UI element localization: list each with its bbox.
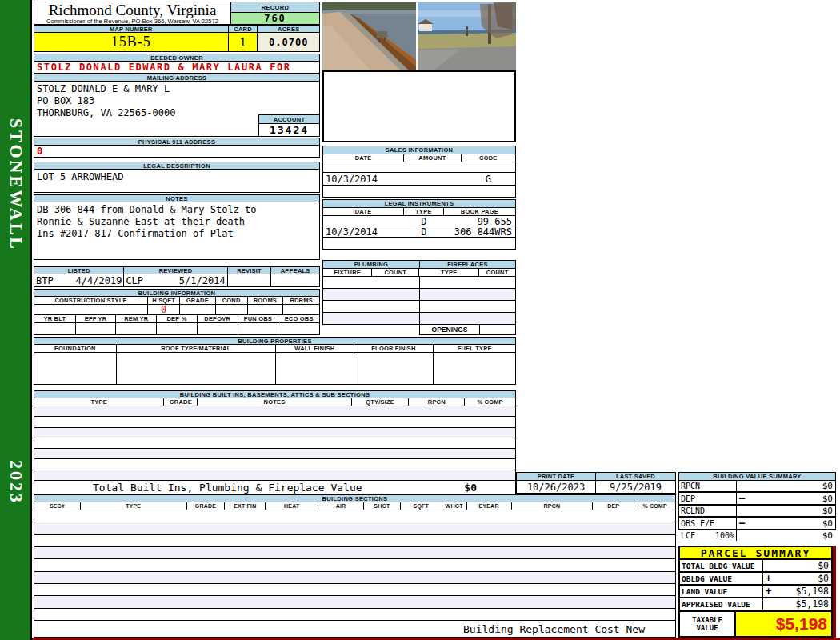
- property-photo-road: [418, 2, 516, 70]
- building-properties-title: BUILDING PROPERTIES: [34, 337, 516, 345]
- building-sections-footer: Building Replacement Cost New: [34, 621, 676, 638]
- construction-style-value: [34, 305, 148, 314]
- openings-label: OPENINGS: [419, 325, 480, 335]
- empty-row: [34, 459, 515, 470]
- rem-yr-value: [116, 323, 157, 334]
- district-name: STONEWALL: [6, 118, 26, 251]
- record-label: RECORD: [230, 2, 320, 13]
- bvs-row: RCLND $0: [679, 506, 835, 518]
- col-header: TYPE: [81, 502, 187, 510]
- col-header: ECO OBS: [278, 315, 319, 322]
- notes-line: Ins #2017-817 Confirmation of Plat: [37, 228, 317, 240]
- col-header: GRADE: [164, 398, 198, 406]
- legal-instrument-row: 10/3/2014 D 306 844WRS: [323, 226, 515, 238]
- built-ins-title: BUILDING BUILT INS, BASEMENTS, ATTICS & …: [34, 390, 516, 398]
- parcel-row: APPRAISED VALUE $5,198: [680, 598, 831, 611]
- account-value: 13424: [258, 124, 320, 137]
- notes-label: NOTES: [34, 194, 320, 202]
- appeals-label: APPEALS: [271, 267, 319, 274]
- legal-instruments-title: LEGAL INSTRUMENTS: [322, 199, 516, 208]
- bvs-value: $0: [822, 506, 833, 516]
- parcel-label: APPRAISED VALUE: [680, 598, 763, 610]
- built-ins-total-row: Total Built Ins, Plumbing & Fireplace Va…: [34, 481, 516, 494]
- building-information-title: BUILDING INFORMATION: [34, 289, 320, 297]
- bdrms-value: [283, 305, 319, 314]
- deeded-owner-label: DEEDED OWNER: [34, 54, 320, 62]
- bvs-label: OBS F/E: [679, 518, 737, 529]
- empty-row: [34, 406, 515, 417]
- sales-row: 10/3/2014 G: [323, 173, 515, 186]
- col-header: FLOOR FINISH: [354, 345, 434, 352]
- col-header: TYPE: [404, 208, 444, 215]
- revisit-cell: [228, 274, 272, 286]
- reviewed-by: CLP: [126, 275, 143, 286]
- rooms-value: [248, 305, 284, 314]
- col-header: CODE: [462, 154, 515, 162]
- account-label: ACCOUNT: [258, 114, 320, 124]
- parcel-value: $0: [818, 573, 829, 584]
- parcel-summary-title: PARCEL SUMMARY: [678, 546, 833, 560]
- col-header: HEAT: [266, 502, 318, 510]
- legal-instrument-rows: D 99 655 10/3/2014 D 306 844WRS: [322, 216, 516, 250]
- photo-placeholder-box: [322, 70, 516, 142]
- last-saved-label: LAST SAVED: [596, 473, 675, 480]
- col-header: DEPOVR: [198, 315, 238, 322]
- instrument-date: 10/3/2014: [323, 226, 404, 237]
- empty-row: [323, 301, 515, 313]
- building-sections-rows: [34, 510, 676, 621]
- assessment-year: 2023: [6, 460, 26, 505]
- col-header: COUNT: [479, 269, 515, 276]
- col-header: QTY/SIZE: [352, 398, 410, 406]
- col-header: H SQFT: [148, 297, 180, 304]
- parcel-sign: +: [766, 586, 771, 597]
- physical-address-label: PHYSICAL 911 ADDRESS: [34, 138, 320, 146]
- listed-by: BTP: [36, 275, 54, 286]
- col-header: TYPE: [34, 398, 164, 406]
- empty-row: [34, 449, 515, 459]
- col-header: DATE: [323, 154, 404, 162]
- sales-title: SALES INFORMATION: [322, 146, 516, 154]
- bvs-value: $0: [822, 481, 833, 491]
- col-header: ROOMS: [248, 297, 284, 304]
- col-header: EYEAR: [467, 502, 512, 510]
- card-label: CARD: [229, 26, 258, 32]
- empty-row: [34, 609, 675, 620]
- parcel-label: OBLDG VALUE: [680, 573, 763, 584]
- bvs-sign: –: [739, 493, 745, 504]
- eff-yr-value: [76, 323, 117, 334]
- bvs-row: RPCN $0: [679, 481, 835, 493]
- dep-pct-value: [157, 323, 198, 334]
- revisit-label: REVISIT: [228, 267, 272, 274]
- legal-instrument-row: [323, 238, 515, 249]
- notes-block: DB 306-844 from Donald & Mary Stolz to R…: [34, 202, 320, 260]
- built-ins-rows: [34, 406, 516, 481]
- col-header: FUN OBS: [238, 315, 279, 322]
- parcel-value: $5,198: [795, 586, 829, 597]
- mailing-address-label: MAILING ADDRESS: [34, 74, 320, 82]
- openings-value: [480, 325, 516, 335]
- empty-row: [34, 559, 675, 571]
- instrument-bookpage: 306 844WRS: [444, 226, 515, 237]
- reviewed-date: 5/1/2014: [179, 275, 226, 286]
- sale-date: [323, 186, 404, 197]
- listed-label: LISTED: [34, 267, 124, 274]
- fun-obs-value: [238, 323, 279, 334]
- col-header: COND: [216, 297, 248, 304]
- bvs-value: $0: [822, 518, 833, 529]
- cond-value: [216, 305, 248, 314]
- sale-code: G: [462, 174, 515, 185]
- built-ins-total-label: Total Built Ins, Plumbing & Fireplace Va…: [93, 482, 362, 494]
- sales-row: [323, 186, 515, 197]
- plumbing-title: PLUMBING: [322, 260, 419, 269]
- roof-value: [117, 353, 276, 384]
- parcel-value: $5,198: [795, 598, 829, 610]
- col-header: % COMP: [465, 398, 515, 406]
- col-header: FIXTURE: [323, 269, 372, 276]
- empty-row: [34, 470, 515, 480]
- sale-code: [462, 186, 515, 197]
- col-header: ROOF TYPE/MATERIAL: [117, 345, 276, 352]
- property-photo-shoreline: [322, 2, 416, 70]
- county-header: Richmond County, Virginia Commissioner o…: [34, 2, 230, 25]
- last-saved-value: 9/25/2019: [596, 481, 675, 493]
- col-header: FOUNDATION: [34, 345, 117, 352]
